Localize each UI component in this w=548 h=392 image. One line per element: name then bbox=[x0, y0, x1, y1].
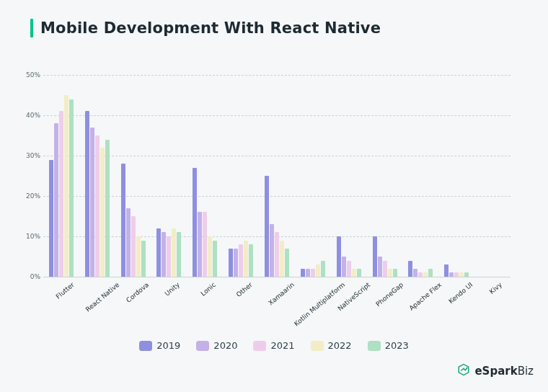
title-accent-bar bbox=[30, 19, 33, 37]
bar bbox=[198, 212, 202, 277]
bar bbox=[388, 269, 392, 277]
category-label: Xamaarin bbox=[267, 281, 296, 307]
bar bbox=[177, 232, 181, 277]
bar bbox=[208, 236, 212, 277]
bar-group: Apache Flex bbox=[402, 75, 438, 277]
bar bbox=[265, 176, 269, 277]
bar bbox=[85, 111, 89, 277]
bar bbox=[126, 208, 131, 277]
logo-brand: eSpark bbox=[474, 365, 517, 378]
bar bbox=[459, 272, 464, 277]
bar bbox=[280, 241, 284, 277]
plot-area: 0%10%20%30%40%50% FlutterReact NativeCor… bbox=[43, 75, 511, 277]
bar bbox=[156, 228, 161, 277]
bar bbox=[285, 249, 289, 277]
bar-group: Kivy bbox=[474, 75, 511, 277]
bar bbox=[54, 123, 58, 277]
bar-group: Cordova bbox=[115, 75, 151, 277]
legend-item: 2023 bbox=[368, 340, 409, 351]
bar bbox=[270, 224, 274, 277]
legend-label: 2021 bbox=[270, 340, 294, 351]
logo-text: eSparkBiz bbox=[474, 365, 534, 378]
bar-group: Kotlin Multiplatform bbox=[295, 75, 331, 277]
bar bbox=[141, 241, 146, 277]
legend-item: 2020 bbox=[196, 340, 237, 351]
bar bbox=[444, 264, 448, 277]
logo-suffix: Biz bbox=[518, 365, 534, 378]
bar-group: Lonic bbox=[187, 75, 223, 277]
legend-label: 2023 bbox=[385, 340, 409, 351]
bar-group: NativeScript bbox=[331, 75, 367, 277]
bar bbox=[131, 216, 136, 277]
bar-groups: FlutterReact NativeCordovaUnityLonicOthe… bbox=[43, 75, 511, 277]
bar bbox=[249, 244, 253, 277]
bar bbox=[59, 111, 63, 277]
bar bbox=[352, 269, 356, 277]
y-tick-label: 30% bbox=[19, 152, 40, 159]
y-tick-label: 10% bbox=[19, 233, 40, 240]
bar bbox=[428, 269, 433, 277]
logo: eSparkBiz bbox=[457, 363, 534, 379]
bar-group: Kendo UI bbox=[438, 75, 474, 277]
bar bbox=[449, 272, 454, 277]
chart-canvas: Mobile Development With React Native 0%1… bbox=[0, 0, 548, 392]
category-label: Flutter bbox=[55, 281, 76, 300]
legend-swatch bbox=[368, 341, 381, 351]
y-tick-label: 0% bbox=[19, 273, 40, 280]
category-label: Unity bbox=[164, 281, 182, 298]
bar bbox=[383, 261, 387, 277]
bar bbox=[337, 236, 341, 277]
bar bbox=[311, 269, 315, 277]
bar bbox=[347, 261, 351, 277]
bar bbox=[342, 257, 346, 277]
bar bbox=[136, 236, 141, 277]
category-label: PhoneGap bbox=[374, 281, 405, 308]
bar bbox=[306, 269, 310, 277]
bar bbox=[423, 272, 428, 277]
bar bbox=[172, 228, 176, 277]
bar bbox=[378, 257, 382, 277]
category-label: Apache Flex bbox=[408, 281, 443, 312]
category-label: Cordova bbox=[125, 281, 150, 304]
bar bbox=[275, 232, 279, 277]
y-tick-label: 20% bbox=[19, 192, 40, 200]
bar bbox=[239, 244, 243, 277]
legend-swatch bbox=[139, 341, 152, 351]
bar bbox=[418, 272, 423, 277]
legend-item: 2019 bbox=[139, 340, 180, 351]
bar bbox=[244, 241, 248, 277]
legend-label: 2019 bbox=[156, 340, 180, 351]
legend-label: 2022 bbox=[328, 340, 352, 351]
bar-group: React Native bbox=[79, 75, 115, 277]
page-title: Mobile Development With React Native bbox=[40, 19, 381, 37]
bar bbox=[301, 269, 305, 277]
y-tick-label: 50% bbox=[19, 71, 40, 79]
category-label: Other bbox=[235, 281, 254, 298]
bar bbox=[167, 236, 171, 277]
bar bbox=[105, 140, 110, 277]
bar bbox=[413, 269, 417, 277]
legend-swatch bbox=[253, 341, 266, 351]
y-tick-label: 40% bbox=[19, 112, 40, 119]
bar bbox=[393, 269, 397, 277]
bar bbox=[49, 160, 53, 277]
bar bbox=[95, 135, 100, 277]
gridline bbox=[43, 277, 511, 279]
bar bbox=[90, 128, 94, 277]
bar bbox=[213, 241, 217, 277]
category-label: Kivy bbox=[488, 281, 503, 295]
bar bbox=[464, 272, 469, 277]
bar bbox=[454, 272, 459, 277]
legend-item: 2021 bbox=[253, 340, 294, 351]
bar bbox=[162, 232, 166, 277]
bar bbox=[229, 249, 233, 277]
category-label: Kendo UI bbox=[448, 281, 474, 305]
category-label: React Native bbox=[84, 281, 120, 313]
legend-label: 2020 bbox=[213, 340, 237, 351]
bar bbox=[316, 264, 320, 277]
legend-swatch bbox=[311, 341, 324, 351]
bar bbox=[373, 236, 377, 277]
bar-group: PhoneGap bbox=[367, 75, 403, 277]
bar bbox=[193, 168, 197, 277]
legend: 20192020202120222023 bbox=[0, 340, 548, 351]
